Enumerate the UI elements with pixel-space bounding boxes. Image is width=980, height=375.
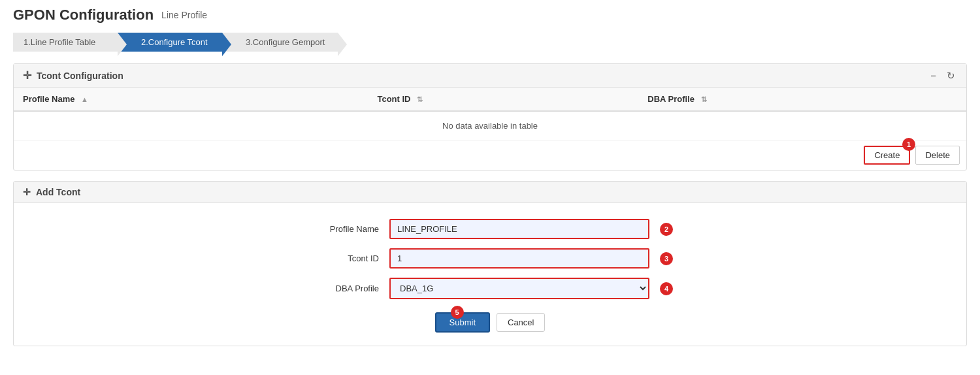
panel-controls: − ↻ (928, 70, 957, 82)
page-title: GPON Configuration (13, 7, 154, 24)
page-wrapper: GPON Configuration Line Profile 1.Line P… (0, 0, 980, 375)
col-profile-name[interactable]: Profile Name ▲ (14, 88, 368, 111)
dba-profile-row: DBA Profile DBA_1G DBA_100M DBA_10M 4 (307, 278, 673, 299)
profile-name-badge: 2 (660, 223, 673, 236)
page-subtitle: Line Profile (161, 10, 207, 20)
profile-name-label: Profile Name (307, 224, 379, 234)
profile-name-input[interactable] (389, 219, 649, 239)
minimize-button[interactable]: − (928, 70, 938, 81)
submit-badge: 5 (451, 306, 464, 319)
sort-icon-profile: ▲ (81, 95, 88, 103)
profile-name-row: Profile Name 2 (307, 219, 673, 239)
dba-profile-label: DBA Profile (307, 284, 379, 293)
col-tcont-id[interactable]: Tcont ID ⇅ (368, 88, 638, 111)
refresh-button[interactable]: ↻ (945, 70, 957, 82)
sort-icon-tcont: ⇅ (417, 95, 423, 103)
step-1-label: 1.Line Profile Table (24, 37, 95, 47)
add-tcont-title: Add Tcont (36, 187, 80, 197)
cancel-button[interactable]: Cancel (497, 313, 545, 332)
add-tcont-panel: ✛ Add Tcont Foro|SP Profile Name 2 Tcont… (13, 181, 967, 346)
tcont-id-badge: 3 (660, 252, 673, 265)
tcont-id-input[interactable] (389, 248, 649, 269)
dba-profile-badge: 4 (660, 282, 673, 295)
step-1[interactable]: 1.Line Profile Table (13, 33, 118, 52)
add-tcont-header: ✛ Add Tcont (14, 182, 966, 203)
dba-profile-select[interactable]: DBA_1G DBA_100M DBA_10M (389, 278, 649, 299)
table-header-row: Profile Name ▲ Tcont ID ⇅ DBA Profile ⇅ (14, 88, 966, 111)
step-2[interactable]: 2.Configure Tcont (118, 33, 222, 52)
tcont-table: Profile Name ▲ Tcont ID ⇅ DBA Profile ⇅ … (14, 88, 966, 140)
tcont-config-panel: ✛ Tcont Configuration − ↻ Profile Name ▲… (13, 63, 967, 171)
form-actions: 5 Submit Cancel (435, 312, 546, 333)
tcont-id-row: Tcont ID 3 (307, 248, 673, 269)
add-tcont-form: Profile Name 2 Tcont ID 3 DBA Profile DB… (27, 219, 953, 333)
plugin-icon: ✛ (23, 69, 31, 82)
sort-icon-dba: ⇅ (701, 95, 707, 103)
step-2-label: 2.Configure Tcont (141, 37, 208, 47)
page-header: GPON Configuration Line Profile (13, 7, 967, 24)
tcont-id-label: Tcont ID (307, 253, 379, 263)
create-badge: 1 (902, 138, 915, 151)
steps-container: 1.Line Profile Table 2.Configure Tcont 3… (13, 33, 967, 52)
add-tcont-body: Foro|SP Profile Name 2 Tcont ID 3 DBA (14, 203, 966, 346)
tcont-config-panel-header: ✛ Tcont Configuration − ↻ (14, 64, 966, 88)
table-actions: 1 Create Delete (14, 140, 966, 170)
empty-message: No data available in table (14, 111, 966, 140)
tcont-config-title: ✛ Tcont Configuration (23, 69, 123, 82)
step-3[interactable]: 3.Configure Gemport (222, 33, 338, 52)
table-empty-row: No data available in table (14, 111, 966, 140)
step-3-label: 3.Configure Gemport (246, 37, 325, 47)
col-dba-profile[interactable]: DBA Profile ⇅ (638, 88, 966, 111)
add-tcont-icon: ✛ (23, 187, 31, 197)
delete-button[interactable]: Delete (915, 146, 960, 165)
